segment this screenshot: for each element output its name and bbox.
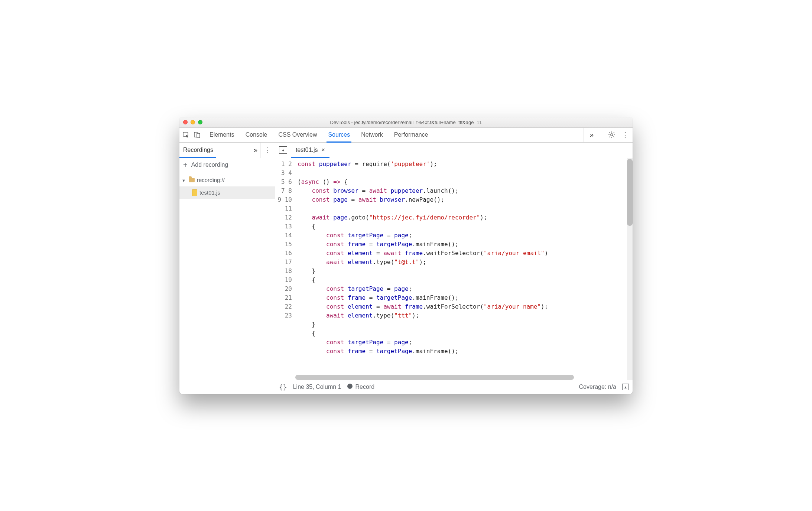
coverage-status: Coverage: n/a — [579, 384, 616, 390]
device-toggle-icon[interactable] — [194, 131, 201, 139]
line-number-gutter: 1 2 3 4 5 6 7 8 9 10 11 12 13 14 15 16 1… — [275, 158, 295, 380]
add-recording-label: Add recording — [191, 162, 228, 168]
vertical-scrollbar[interactable] — [627, 158, 633, 380]
tree-file-label: test01.js — [199, 189, 220, 196]
panel-overflow-button[interactable]: » — [588, 131, 596, 139]
sidebar-tab-recordings[interactable]: Recordings — [179, 143, 216, 158]
status-bar: {} Line 35, Column 1 Record Coverage: n/… — [275, 380, 633, 394]
inspect-element-icon[interactable] — [182, 131, 190, 139]
record-label: Record — [355, 384, 375, 390]
file-tab-label: test01.js — [296, 147, 318, 153]
panel-tab-console[interactable]: Console — [244, 128, 269, 142]
sidebar-more-icon[interactable]: ⋮ — [260, 143, 275, 158]
plus-icon: + — [183, 161, 188, 169]
pretty-print-button[interactable]: {} — [279, 383, 287, 391]
close-tab-icon[interactable]: × — [322, 147, 325, 153]
cursor-position: Line 35, Column 1 — [293, 384, 341, 390]
panel-tab-sources[interactable]: Sources — [327, 128, 351, 142]
code-editor[interactable]: 1 2 3 4 5 6 7 8 9 10 11 12 13 14 15 16 1… — [275, 158, 633, 380]
record-button[interactable]: Record — [347, 384, 375, 390]
panel-tab-performance[interactable]: Performance — [393, 128, 430, 142]
devtools-window: DevTools - jec.fyi/demo/recorder?email=t… — [179, 117, 633, 394]
add-recording-button[interactable]: + Add recording — [179, 158, 275, 172]
panel-tab-network[interactable]: Network — [360, 128, 384, 142]
settings-gear-icon[interactable] — [608, 131, 616, 139]
file-tree: ▼ recording:// test01.js — [179, 172, 275, 201]
panel-tab-elements[interactable]: Elements — [208, 128, 236, 142]
navigator-sidebar: Recordings » ⋮ + Add recording ▼ recordi… — [179, 143, 275, 394]
panel-tab-css-overview[interactable]: CSS Overview — [277, 128, 318, 142]
toggle-navigator-button[interactable]: ◂ — [275, 143, 291, 158]
chevron-down-icon: ▼ — [182, 178, 186, 183]
tree-folder-label: recording:// — [197, 177, 225, 183]
editor-pane: ◂ test01.js × 1 2 3 4 5 6 7 8 9 10 11 12… — [275, 143, 633, 394]
file-icon — [192, 189, 197, 196]
record-icon — [347, 384, 353, 389]
horizontal-scrollbar[interactable] — [295, 375, 627, 380]
folder-icon — [189, 178, 195, 182]
collapse-drawer-icon[interactable]: ▲ — [622, 384, 629, 390]
titlebar: DevTools - jec.fyi/demo/recorder?email=t… — [179, 117, 633, 128]
code-content[interactable]: const puppeteer = require('puppeteer'); … — [295, 158, 627, 380]
file-tab[interactable]: test01.js × — [291, 143, 329, 158]
svg-rect-2 — [197, 133, 200, 138]
svg-point-3 — [611, 134, 613, 136]
more-vertical-icon[interactable]: ⋮ — [621, 130, 629, 139]
panel-tabs-bar: ElementsConsoleCSS OverviewSourcesNetwor… — [179, 128, 633, 143]
sidebar-tabs-overflow[interactable]: » — [251, 143, 260, 158]
tree-file-item[interactable]: test01.js — [179, 186, 275, 199]
window-title: DevTools - jec.fyi/demo/recorder?email=t… — [179, 120, 633, 125]
tree-folder-root[interactable]: ▼ recording:// — [179, 174, 275, 186]
